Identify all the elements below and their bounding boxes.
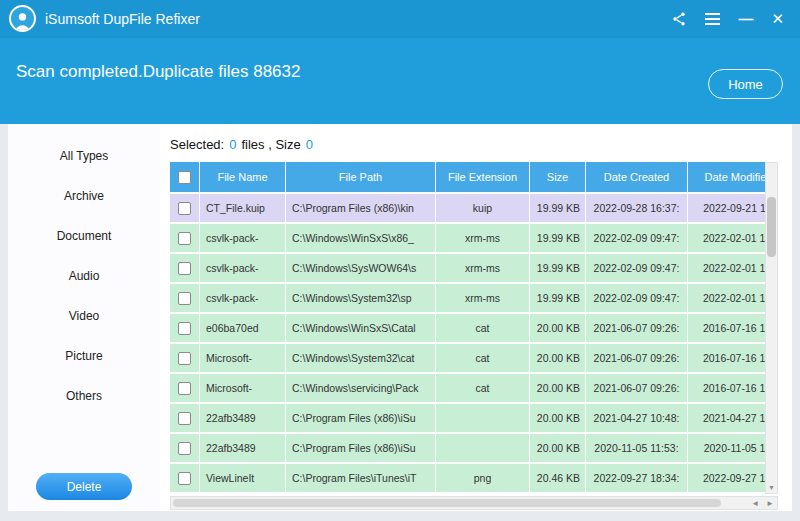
scroll-left-arrow-icon[interactable]: ◄: [751, 499, 759, 508]
row-checkbox[interactable]: [178, 442, 191, 455]
select-all-cell: [170, 162, 200, 192]
sidebar-item-others[interactable]: Others: [8, 376, 160, 416]
cell-size: 19.99 KB: [530, 194, 586, 224]
column-header-file-name[interactable]: File Name: [200, 162, 286, 192]
column-header-date-created[interactable]: Date Created: [586, 162, 688, 192]
home-button[interactable]: Home: [708, 69, 783, 99]
select-all-checkbox[interactable]: [178, 171, 191, 184]
table-row[interactable]: Microsoft-C:\Windows\System32\catcat20.0…: [170, 344, 765, 374]
sidebar-item-all-types[interactable]: All Types: [8, 136, 160, 176]
table-row[interactable]: e06ba70edC:\Windows\WinSxS\Catalcat20.00…: [170, 314, 765, 344]
cell-file-name: e06ba70ed: [200, 314, 286, 344]
vertical-scrollbar-thumb[interactable]: [767, 197, 776, 257]
column-header-file-extension[interactable]: File Extension: [436, 162, 530, 192]
sidebar-item-video[interactable]: Video: [8, 296, 160, 336]
row-checkbox[interactable]: [178, 292, 191, 305]
column-header-date-modified[interactable]: Date Modified: [688, 162, 765, 192]
cell-file-extension: [436, 434, 530, 464]
row-checkbox[interactable]: [178, 262, 191, 275]
cell-date-modified: 2016-07-16 12:: [688, 314, 765, 344]
table-body: CT_File.kuipC:\Program Files (x86)\kinku…: [170, 194, 765, 494]
cell-date-modified: 2021-04-27 10:: [688, 404, 765, 434]
cell-date-created: 2020-11-05 11:53:: [586, 434, 688, 464]
cell-file-path: C:\Windows\WinSxS\Catal: [286, 314, 436, 344]
cell-size: 20.00 KB: [530, 404, 586, 434]
table-row[interactable]: CT_File.kuipC:\Program Files (x86)\kinku…: [170, 194, 765, 224]
cell-file-path: C:\Program Files (x86)\iSu: [286, 404, 436, 434]
cell-file-extension: xrm-ms: [436, 284, 530, 314]
row-checkbox-cell: [170, 344, 200, 374]
table-row[interactable]: csvlk-pack-C:\Windows\WinSxS\x86_xrm-ms1…: [170, 224, 765, 254]
selected-count: 0: [229, 137, 236, 152]
share-icon[interactable]: [671, 9, 687, 29]
table-row[interactable]: 22afb3489C:\Program Files (x86)\iSu20.00…: [170, 434, 765, 464]
titlebar-actions: — ✕: [671, 9, 784, 29]
cell-date-modified: 2022-02-01 12:: [688, 254, 765, 284]
row-checkbox[interactable]: [178, 412, 191, 425]
cell-date-created: 2021-06-07 09:26:: [586, 314, 688, 344]
cell-file-name: 22afb3489: [200, 404, 286, 434]
table-row[interactable]: Microsoft-C:\Windows\servicing\Packcat20…: [170, 374, 765, 404]
row-checkbox-cell: [170, 404, 200, 434]
cell-size: 20.00 KB: [530, 434, 586, 464]
scroll-down-arrow-icon[interactable]: ▼: [766, 482, 777, 492]
cell-file-path: C:\Program Files (x86)\kin: [286, 194, 436, 224]
delete-button[interactable]: Delete: [36, 473, 132, 500]
horizontal-scrollbar[interactable]: ◄ ►: [170, 496, 778, 510]
cell-size: 19.99 KB: [530, 224, 586, 254]
cell-size: 20.46 KB: [530, 464, 586, 494]
sidebar-item-document[interactable]: Document: [8, 216, 160, 256]
cell-date-created: 2022-09-27 18:34:: [586, 464, 688, 494]
row-checkbox-cell: [170, 194, 200, 224]
app-window: iSumsoft DupFile Refixer — ✕ Scan comple…: [0, 0, 800, 521]
cell-file-extension: png: [436, 464, 530, 494]
selected-label: Selected:: [170, 137, 224, 152]
vertical-scrollbar[interactable]: ▼: [765, 162, 778, 494]
scroll-right-arrow-icon[interactable]: ►: [766, 499, 774, 508]
column-header-file-path[interactable]: File Path: [286, 162, 436, 192]
cell-file-extension: xrm-ms: [436, 224, 530, 254]
row-checkbox[interactable]: [178, 352, 191, 365]
cell-date-modified: 2016-07-16 12:: [688, 374, 765, 404]
row-checkbox[interactable]: [178, 322, 191, 335]
cell-date-created: 2021-04-27 10:48:: [586, 404, 688, 434]
table-row[interactable]: ViewLineItC:\Program Files\iTunes\iTpng2…: [170, 464, 765, 494]
cell-file-name: Microsoft-: [200, 344, 286, 374]
cell-file-path: C:\Program Files (x86)\iSu: [286, 434, 436, 464]
table-row[interactable]: csvlk-pack-C:\Windows\System32\spxrm-ms1…: [170, 284, 765, 314]
row-checkbox[interactable]: [178, 472, 191, 485]
menu-icon[interactable]: [705, 9, 720, 29]
row-checkbox[interactable]: [178, 382, 191, 395]
cell-file-extension: kuip: [436, 194, 530, 224]
row-checkbox-cell: [170, 254, 200, 284]
cell-file-path: C:\Windows\WinSxS\x86_: [286, 224, 436, 254]
cell-size: 19.99 KB: [530, 284, 586, 314]
app-logo-icon: [9, 5, 36, 32]
cell-size: 19.99 KB: [530, 254, 586, 284]
selection-summary: Selected: 0 files , Size 0: [170, 137, 792, 153]
row-checkbox[interactable]: [178, 232, 191, 245]
cell-file-name: ViewLineIt: [200, 464, 286, 494]
column-header-size[interactable]: Size: [530, 162, 586, 192]
sidebar-item-audio[interactable]: Audio: [8, 256, 160, 296]
row-checkbox-cell: [170, 224, 200, 254]
cell-size: 20.00 KB: [530, 374, 586, 404]
duplicates-table: File NameFile PathFile ExtensionSizeDate…: [170, 162, 778, 494]
close-button[interactable]: ✕: [771, 9, 784, 29]
cell-file-name: csvlk-pack-: [200, 224, 286, 254]
row-checkbox-cell: [170, 314, 200, 344]
cell-date-modified: 2022-02-01 12:: [688, 224, 765, 254]
minimize-button[interactable]: —: [738, 9, 753, 29]
cell-file-name: csvlk-pack-: [200, 254, 286, 284]
sidebar-item-picture[interactable]: Picture: [8, 336, 160, 376]
table-row[interactable]: 22afb3489C:\Program Files (x86)\iSu20.00…: [170, 404, 765, 434]
table-row[interactable]: csvlk-pack-C:\Windows\SysWOW64\sxrm-ms19…: [170, 254, 765, 284]
cell-file-path: C:\Program Files\iTunes\iT: [286, 464, 436, 494]
cell-date-created: 2022-02-09 09:47:: [586, 224, 688, 254]
cell-date-modified: 2022-09-21 11:: [688, 194, 765, 224]
cell-file-name: csvlk-pack-: [200, 284, 286, 314]
sidebar-item-archive[interactable]: Archive: [8, 176, 160, 216]
row-checkbox[interactable]: [178, 202, 191, 215]
horizontal-scrollbar-thumb[interactable]: [173, 499, 721, 507]
cell-file-name: Microsoft-: [200, 374, 286, 404]
